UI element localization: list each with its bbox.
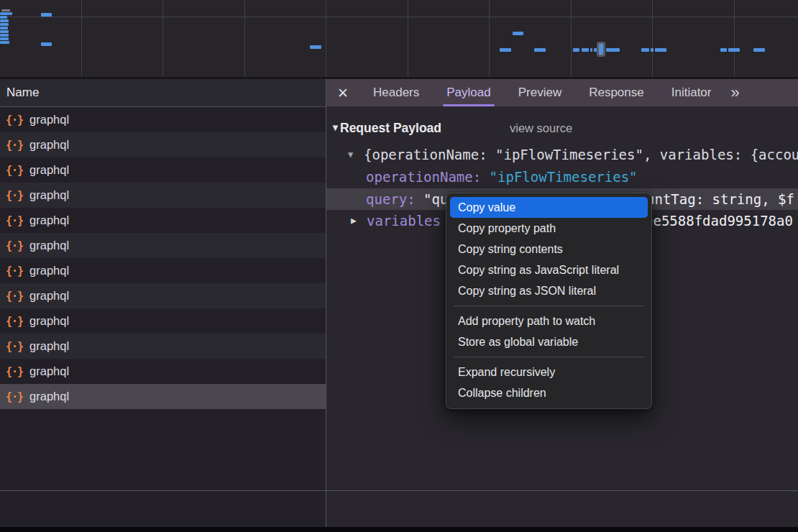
view-source-link[interactable]: view source: [510, 117, 572, 139]
payload-root-row[interactable]: ▼ {operationName: "ipFlowTimeseries", va…: [326, 144, 798, 165]
menu-divider: [454, 357, 644, 357]
menu-item-copy-string-as-javascript-literal[interactable]: Copy string as JavaScript literal: [450, 260, 648, 280]
request-payload-section: ▼ Request Payload view source: [326, 117, 798, 139]
detail-tab-bar: ✕ HeadersPayloadPreviewResponseInitiator…: [326, 79, 798, 106]
network-request-row[interactable]: {·}graphql: [0, 233, 326, 258]
json-braces-icon: {·}: [6, 340, 23, 353]
request-timing-bar: [573, 48, 579, 52]
json-braces-icon: {·}: [6, 290, 23, 303]
json-braces-icon: {·}: [6, 139, 23, 152]
network-request-row[interactable]: {·}graphql: [0, 308, 326, 334]
request-name-label: graphql: [29, 289, 69, 303]
network-request-row[interactable]: {·}graphql: [0, 132, 326, 157]
context-menu: Copy valueCopy property pathCopy string …: [446, 193, 652, 409]
scrubber-bar: [1, 9, 10, 12]
tab-initiator[interactable]: Initiator: [659, 79, 724, 106]
menu-item-add-property-path-to-watch[interactable]: Add property path to watch: [450, 311, 648, 331]
request-list: {·}graphql{·}graphql{·}graphql{·}graphql…: [0, 107, 326, 409]
more-tabs-chevron-icon[interactable]: »: [730, 83, 739, 102]
request-timing-bar: [655, 48, 666, 52]
network-request-row[interactable]: {·}graphql: [0, 208, 326, 233]
network-request-row[interactable]: {·}graphql: [0, 183, 326, 208]
request-timing-bar: [0, 37, 9, 40]
network-request-row[interactable]: {·}graphql: [0, 107, 326, 132]
json-braces-icon: {·}: [6, 265, 23, 278]
detail-tabs: HeadersPayloadPreviewResponseInitiator: [359, 79, 725, 106]
variables-value-right: ee5588fdad995178a0: [645, 210, 793, 231]
footer-left: [0, 491, 326, 527]
json-braces-icon: {·}: [6, 365, 23, 378]
request-name-label: graphql: [29, 214, 69, 227]
network-request-row[interactable]: {·}graphql: [0, 384, 326, 409]
window-bottom-edge: [0, 527, 798, 532]
network-request-row[interactable]: {·}graphql: [0, 157, 326, 183]
tab-payload[interactable]: Payload: [434, 79, 503, 106]
menu-item-copy-string-as-json-literal[interactable]: Copy string as JSON literal: [450, 280, 648, 301]
network-request-row[interactable]: {·}graphql: [0, 283, 326, 308]
menu-item-copy-property-path[interactable]: Copy property path: [450, 218, 648, 239]
request-timing-bar: [41, 42, 52, 46]
request-timing-bar: [41, 13, 52, 17]
operation-name-key: operationName:: [366, 169, 481, 185]
request-timing-bar: [720, 48, 727, 52]
request-timing-bar: [534, 48, 546, 52]
menu-item-collapse-children[interactable]: Collapse children: [450, 382, 648, 403]
tab-response[interactable]: Response: [577, 79, 656, 106]
devtools-network-panel: Name {·}graphql{·}graphql{·}graphql{·}gr…: [0, 0, 798, 532]
query-key: query:: [366, 191, 416, 207]
request-name-label: graphql: [29, 264, 69, 278]
request-name-label: graphql: [29, 239, 69, 252]
query-value-right: untTag: string, $f: [646, 188, 794, 210]
section-title: Request Payload: [340, 117, 441, 139]
footer-right: [326, 491, 798, 527]
selected-request-marker: [597, 42, 605, 57]
operation-name-value: "ipFlowTimeseries": [490, 169, 638, 185]
query-value-left: "qu: [423, 191, 448, 207]
json-braces-icon: {·}: [6, 164, 23, 177]
request-name-label: graphql: [29, 314, 69, 328]
network-request-row[interactable]: {·}graphql: [0, 359, 326, 384]
json-braces-icon: {·}: [6, 189, 23, 202]
menu-item-copy-string-contents[interactable]: Copy string contents: [450, 239, 648, 260]
tab-headers[interactable]: Headers: [361, 79, 431, 106]
close-icon[interactable]: ✕: [326, 85, 359, 101]
root-expand-icon[interactable]: ▼: [348, 144, 353, 165]
request-timing-bar: [0, 23, 9, 26]
request-timing-bar: [310, 45, 321, 49]
request-timing-bar: [0, 30, 9, 33]
request-timing-bar: [0, 41, 9, 44]
name-column-header[interactable]: Name: [0, 79, 326, 107]
json-braces-icon: {·}: [6, 390, 23, 403]
network-request-row[interactable]: {·}graphql: [0, 334, 326, 359]
root-preview-text: {operationName: "ipFlowTimeseries", vari…: [364, 144, 798, 165]
request-name-label: graphql: [29, 188, 69, 202]
network-overview-timeline[interactable]: [0, 0, 798, 79]
request-timing-bar: [0, 34, 9, 37]
main-split: Name {·}graphql{·}graphql{·}graphql{·}gr…: [0, 79, 798, 490]
operation-name-row[interactable]: operationName: "ipFlowTimeseries": [326, 166, 798, 188]
section-expand-icon[interactable]: ▼: [331, 117, 340, 139]
request-name-label: graphql: [29, 113, 69, 127]
json-braces-icon: {·}: [6, 214, 23, 227]
tab-preview[interactable]: Preview: [506, 79, 574, 106]
network-request-row[interactable]: {·}graphql: [0, 258, 326, 283]
request-timing-bar: [641, 48, 649, 52]
request-timing-bar: [0, 19, 9, 22]
variables-expand-icon[interactable]: ▶: [351, 210, 357, 231]
request-timing-bar: [0, 27, 8, 29]
request-name-label: graphql: [29, 138, 69, 152]
json-braces-icon: {·}: [6, 239, 23, 252]
request-name-label: graphql: [29, 364, 69, 378]
menu-item-store-as-global-variable[interactable]: Store as global variable: [450, 331, 648, 352]
menu-item-copy-value[interactable]: Copy value: [450, 197, 648, 218]
request-timing-bar: [500, 48, 511, 52]
request-timing-bar: [582, 48, 589, 52]
request-timing-bar: [9, 12, 12, 15]
request-timing-bar: [606, 48, 620, 52]
request-name-label: graphql: [29, 390, 69, 403]
json-braces-icon: {·}: [6, 114, 23, 127]
menu-item-expand-recursively[interactable]: Expand recursively: [450, 362, 648, 382]
request-timing-bar: [753, 48, 765, 52]
menu-divider: [454, 306, 644, 306]
panel-footer: [0, 490, 798, 527]
